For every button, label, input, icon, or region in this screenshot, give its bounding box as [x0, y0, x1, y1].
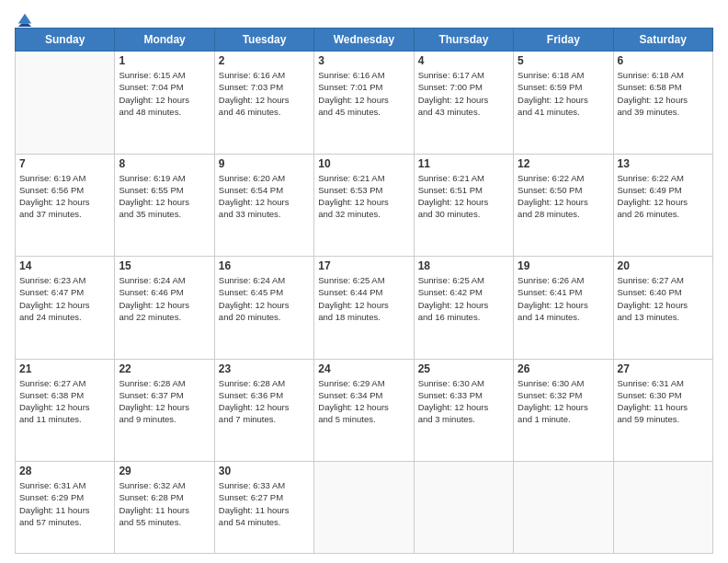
calendar-cell: 22Sunrise: 6:28 AMSunset: 6:37 PMDayligh… [115, 359, 214, 462]
day-number: 7 [19, 157, 110, 170]
calendar-cell: 8Sunrise: 6:19 AMSunset: 6:55 PMDaylight… [115, 154, 214, 257]
day-number: 23 [219, 362, 310, 375]
calendar-cell: 24Sunrise: 6:29 AMSunset: 6:34 PMDayligh… [314, 359, 414, 462]
week-row-5: 28Sunrise: 6:31 AMSunset: 6:29 PMDayligh… [16, 462, 713, 554]
calendar-cell [314, 462, 414, 554]
day-number: 18 [418, 259, 509, 272]
calendar-cell: 27Sunrise: 6:31 AMSunset: 6:30 PMDayligh… [613, 359, 712, 462]
day-info: Sunrise: 6:15 AMSunset: 7:04 PMDaylight:… [119, 69, 210, 118]
day-info: Sunrise: 6:24 AMSunset: 6:46 PMDaylight:… [119, 274, 210, 323]
day-info: Sunrise: 6:30 AMSunset: 6:32 PMDaylight:… [518, 377, 609, 426]
day-number: 11 [418, 157, 509, 170]
calendar-cell [514, 462, 613, 554]
day-number: 8 [119, 157, 210, 170]
calendar-cell: 12Sunrise: 6:22 AMSunset: 6:50 PMDayligh… [514, 154, 613, 257]
day-info: Sunrise: 6:19 AMSunset: 6:55 PMDaylight:… [119, 172, 210, 221]
weekday-header-wednesday: Wednesday [314, 29, 414, 52]
calendar-cell: 11Sunrise: 6:21 AMSunset: 6:51 PMDayligh… [414, 154, 513, 257]
day-number: 27 [618, 362, 709, 375]
calendar-cell: 3Sunrise: 6:16 AMSunset: 7:01 PMDaylight… [314, 52, 414, 155]
day-number: 2 [219, 54, 310, 67]
calendar-cell: 21Sunrise: 6:27 AMSunset: 6:38 PMDayligh… [16, 359, 115, 462]
day-info: Sunrise: 6:24 AMSunset: 6:45 PMDaylight:… [219, 274, 310, 323]
weekday-header-row: SundayMondayTuesdayWednesdayThursdayFrid… [16, 29, 713, 52]
svg-marker-1 [18, 24, 31, 28]
logo [15, 11, 33, 22]
calendar-cell: 1Sunrise: 6:15 AMSunset: 7:04 PMDaylight… [115, 52, 214, 155]
day-number: 19 [518, 259, 609, 272]
calendar-cell: 9Sunrise: 6:20 AMSunset: 6:54 PMDaylight… [214, 154, 313, 257]
calendar-cell: 2Sunrise: 6:16 AMSunset: 7:03 PMDaylight… [214, 52, 313, 155]
calendar-cell: 30Sunrise: 6:33 AMSunset: 6:27 PMDayligh… [214, 462, 313, 554]
calendar-cell: 20Sunrise: 6:27 AMSunset: 6:40 PMDayligh… [613, 257, 712, 360]
calendar-cell: 23Sunrise: 6:28 AMSunset: 6:36 PMDayligh… [214, 359, 313, 462]
day-number: 9 [219, 157, 310, 170]
day-number: 29 [119, 465, 210, 477]
day-info: Sunrise: 6:18 AMSunset: 6:58 PMDaylight:… [618, 69, 709, 118]
day-number: 3 [318, 54, 409, 67]
day-info: Sunrise: 6:21 AMSunset: 6:51 PMDaylight:… [418, 172, 509, 221]
calendar-cell: 19Sunrise: 6:26 AMSunset: 6:41 PMDayligh… [514, 257, 613, 360]
day-number: 4 [418, 54, 509, 67]
calendar-cell [16, 52, 115, 155]
week-row-4: 21Sunrise: 6:27 AMSunset: 6:38 PMDayligh… [16, 359, 713, 462]
day-info: Sunrise: 6:31 AMSunset: 6:30 PMDaylight:… [618, 377, 709, 426]
day-number: 5 [518, 54, 609, 67]
day-info: Sunrise: 6:22 AMSunset: 6:50 PMDaylight:… [518, 172, 609, 221]
calendar-cell: 14Sunrise: 6:23 AMSunset: 6:47 PMDayligh… [16, 257, 115, 360]
calendar-cell: 18Sunrise: 6:25 AMSunset: 6:42 PMDayligh… [414, 257, 513, 360]
calendar-cell: 29Sunrise: 6:32 AMSunset: 6:28 PMDayligh… [115, 462, 214, 554]
calendar-cell: 13Sunrise: 6:22 AMSunset: 6:49 PMDayligh… [613, 154, 712, 257]
header [15, 11, 713, 22]
calendar-cell: 10Sunrise: 6:21 AMSunset: 6:53 PMDayligh… [314, 154, 414, 257]
weekday-header-monday: Monday [115, 29, 214, 52]
day-info: Sunrise: 6:28 AMSunset: 6:36 PMDaylight:… [219, 377, 310, 426]
day-number: 12 [518, 157, 609, 170]
day-number: 16 [219, 259, 310, 272]
calendar-cell: 16Sunrise: 6:24 AMSunset: 6:45 PMDayligh… [214, 257, 313, 360]
calendar-cell: 6Sunrise: 6:18 AMSunset: 6:58 PMDaylight… [613, 52, 712, 155]
day-info: Sunrise: 6:30 AMSunset: 6:33 PMDaylight:… [418, 377, 509, 426]
day-info: Sunrise: 6:23 AMSunset: 6:47 PMDaylight:… [19, 274, 110, 323]
weekday-header-thursday: Thursday [414, 29, 513, 52]
day-info: Sunrise: 6:27 AMSunset: 6:38 PMDaylight:… [19, 377, 110, 426]
calendar-cell: 28Sunrise: 6:31 AMSunset: 6:29 PMDayligh… [16, 462, 115, 554]
day-number: 28 [19, 465, 110, 477]
day-number: 17 [318, 259, 409, 272]
day-info: Sunrise: 6:16 AMSunset: 7:01 PMDaylight:… [318, 69, 409, 118]
day-number: 30 [219, 465, 310, 477]
weekday-header-friday: Friday [514, 29, 613, 52]
day-info: Sunrise: 6:26 AMSunset: 6:41 PMDaylight:… [518, 274, 609, 323]
day-number: 25 [418, 362, 509, 375]
day-info: Sunrise: 6:18 AMSunset: 6:59 PMDaylight:… [518, 69, 609, 118]
day-number: 26 [518, 362, 609, 375]
day-info: Sunrise: 6:31 AMSunset: 6:29 PMDaylight:… [19, 479, 110, 528]
svg-marker-0 [18, 14, 31, 24]
day-number: 22 [119, 362, 210, 375]
day-info: Sunrise: 6:28 AMSunset: 6:37 PMDaylight:… [119, 377, 210, 426]
calendar-cell: 25Sunrise: 6:30 AMSunset: 6:33 PMDayligh… [414, 359, 513, 462]
day-number: 21 [19, 362, 110, 375]
day-info: Sunrise: 6:27 AMSunset: 6:40 PMDaylight:… [618, 274, 709, 323]
day-number: 1 [119, 54, 210, 67]
day-info: Sunrise: 6:16 AMSunset: 7:03 PMDaylight:… [219, 69, 310, 118]
day-info: Sunrise: 6:25 AMSunset: 6:44 PMDaylight:… [318, 274, 409, 323]
day-info: Sunrise: 6:32 AMSunset: 6:28 PMDaylight:… [119, 479, 210, 528]
day-info: Sunrise: 6:33 AMSunset: 6:27 PMDaylight:… [219, 479, 310, 528]
day-info: Sunrise: 6:25 AMSunset: 6:42 PMDaylight:… [418, 274, 509, 323]
calendar-cell [414, 462, 513, 554]
week-row-2: 7Sunrise: 6:19 AMSunset: 6:56 PMDaylight… [16, 154, 713, 257]
calendar-cell: 4Sunrise: 6:17 AMSunset: 7:00 PMDaylight… [414, 52, 513, 155]
calendar-cell: 7Sunrise: 6:19 AMSunset: 6:56 PMDaylight… [16, 154, 115, 257]
day-info: Sunrise: 6:17 AMSunset: 7:00 PMDaylight:… [418, 69, 509, 118]
day-info: Sunrise: 6:19 AMSunset: 6:56 PMDaylight:… [19, 172, 110, 221]
calendar-cell: 15Sunrise: 6:24 AMSunset: 6:46 PMDayligh… [115, 257, 214, 360]
day-number: 20 [618, 259, 709, 272]
calendar-cell: 17Sunrise: 6:25 AMSunset: 6:44 PMDayligh… [314, 257, 414, 360]
calendar-table: SundayMondayTuesdayWednesdayThursdayFrid… [15, 28, 713, 554]
weekday-header-saturday: Saturday [613, 29, 712, 52]
week-row-1: 1Sunrise: 6:15 AMSunset: 7:04 PMDaylight… [16, 52, 713, 155]
calendar-cell: 5Sunrise: 6:18 AMSunset: 6:59 PMDaylight… [514, 52, 613, 155]
day-number: 6 [618, 54, 709, 67]
day-number: 15 [119, 259, 210, 272]
